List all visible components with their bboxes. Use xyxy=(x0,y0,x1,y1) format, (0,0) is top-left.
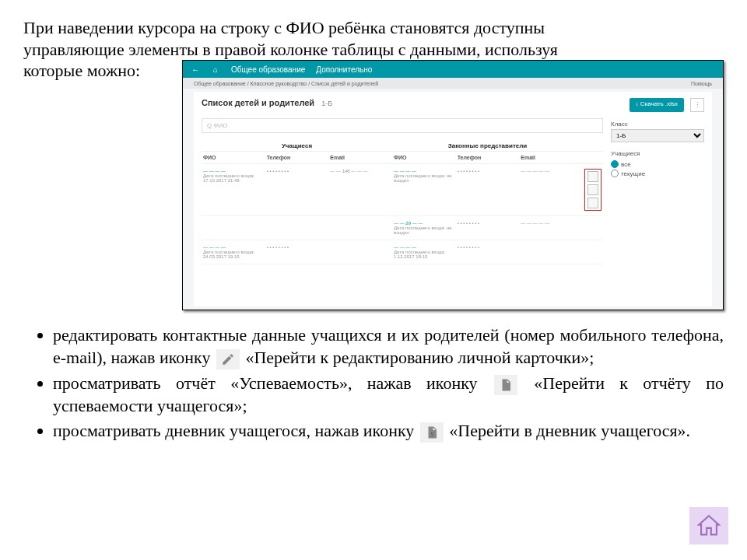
pencil-icon xyxy=(216,349,240,369)
breadcrumb: Общее образование / Классное руководство… xyxy=(194,81,378,86)
group-students: Учащиеся xyxy=(202,139,392,152)
feature-list: редактировать контактные данные учащихся… xyxy=(23,324,724,443)
list-item: просматривать дневник учащегося, нажав и… xyxy=(53,420,724,443)
back-icon[interactable]: ← xyxy=(191,65,200,74)
group-parents: Законные представители xyxy=(392,139,583,152)
diary-icon[interactable] xyxy=(587,198,598,208)
document-5-icon: 5 xyxy=(420,422,444,443)
th-email-2: Email xyxy=(519,152,583,164)
row-actions[interactable] xyxy=(584,169,601,211)
table-row[interactable]: — — — —Дата последнего входа: 24.03.2017… xyxy=(202,240,603,264)
th-fio-2: ФИО xyxy=(392,152,456,164)
intro-line-3: которые можно: xyxy=(23,60,179,82)
th-fio-1: ФИО xyxy=(202,152,265,164)
intro-line-2: управляющие элементы в правой колонке та… xyxy=(23,39,724,61)
gear-icon[interactable]: ⋮ xyxy=(690,98,704,112)
intro-line-1: При наведении курсора на строку с ФИО ре… xyxy=(23,17,724,39)
th-email-1: Email xyxy=(328,152,392,164)
class-select[interactable]: 1-Б xyxy=(611,129,704,142)
th-phone-2: Телефон xyxy=(456,152,520,164)
page-title: Список детей и родителей xyxy=(202,98,314,107)
document-icon xyxy=(494,375,517,395)
list-item: просматривать отчёт «Успеваемость», нажа… xyxy=(53,373,724,418)
students-table: Учащиеся Законные представители ФИО Теле… xyxy=(202,139,603,264)
home-button[interactable] xyxy=(689,507,728,544)
help-link[interactable]: Помощь xyxy=(691,81,712,86)
tab-additional[interactable]: Дополнительно xyxy=(316,65,372,74)
edit-icon[interactable] xyxy=(587,171,598,182)
table-row[interactable]: — — 29 — —Дата последнего входа: не вход… xyxy=(202,216,603,240)
radio-current[interactable]: текущие xyxy=(611,170,704,177)
list-item: редактировать контактные данные учащихся… xyxy=(53,324,724,369)
radio-all[interactable]: все xyxy=(611,160,704,168)
class-label: Класс xyxy=(611,121,628,128)
screenshot: ← ⌂ Общее образование Дополнительно Обще… xyxy=(182,60,724,310)
app-topbar: ← ⌂ Общее образование Дополнительно xyxy=(183,61,723,78)
page-subtitle: 1-Б xyxy=(321,100,332,107)
report-icon[interactable] xyxy=(587,184,598,195)
th-phone-1: Телефон xyxy=(265,152,329,164)
tab-main-education[interactable]: Общее образование xyxy=(231,65,305,74)
download-button[interactable]: ↓ Скачать .xlsx xyxy=(630,98,684,112)
home-icon[interactable]: ⌂ xyxy=(211,65,220,74)
table-row[interactable]: — — — —Дата последнего входа: 17.10.2017… xyxy=(202,164,603,216)
search-input[interactable]: Q ФИО xyxy=(202,118,603,133)
students-filter-label: Учащиеся xyxy=(611,150,704,157)
svg-text:5: 5 xyxy=(430,432,433,437)
